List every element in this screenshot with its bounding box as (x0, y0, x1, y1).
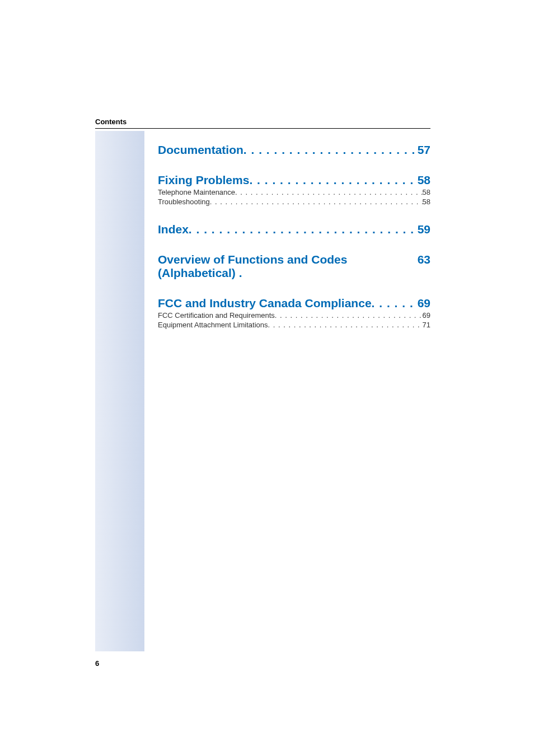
toc-dots: . . . . . . . . . . . . . . . . . . . . … (210, 198, 423, 206)
sidebar-gradient (95, 131, 144, 651)
toc-subtitle: Equipment Attachment Limitations (158, 321, 268, 329)
contents-heading: Contents (95, 118, 430, 128)
toc-row-fcc[interactable]: FCC and Industry Canada Compliance . . .… (158, 297, 430, 310)
toc-title: FCC and Industry Canada Compliance (158, 297, 372, 310)
toc-page: 69 (423, 311, 430, 320)
toc-dots: . . . . . . . . . . . . . . . . . . . . … (268, 321, 423, 329)
toc-dots: . . . . . . . . . . . . . . . . . . . . … (189, 223, 418, 236)
toc-row-equipment-attachment[interactable]: Equipment Attachment Limitations . . . .… (158, 321, 430, 329)
toc-page: 57 (418, 143, 430, 157)
toc-row-documentation[interactable]: Documentation . . . . . . . . . . . . . … (158, 143, 430, 157)
toc-section-fixing: Fixing Problems . . . . . . . . . . . . … (158, 173, 430, 206)
header-rule (95, 128, 430, 129)
toc-page: 58 (423, 188, 430, 196)
toc-row-overview[interactable]: Overview of Functions and Codes (Alphabe… (158, 253, 430, 280)
toc-dots: . . . . . . . . . . . . . . . . . . . . … (243, 143, 418, 157)
toc-section-documentation: Documentation . . . . . . . . . . . . . … (158, 143, 430, 157)
page-number: 6 (95, 659, 99, 668)
toc-row-fixing[interactable]: Fixing Problems . . . . . . . . . . . . … (158, 173, 430, 187)
toc-section-overview: Overview of Functions and Codes (Alphabe… (158, 253, 430, 280)
header-region: Contents (95, 118, 430, 129)
toc-page: 59 (418, 223, 430, 236)
toc-title: Fixing Problems (158, 173, 249, 187)
toc-page: 69 (418, 297, 430, 310)
toc-title: Documentation (158, 143, 243, 157)
toc-dots: . . . . . . . . . . . . . . . . . . . . … (372, 297, 418, 310)
toc-dots: . . . . . . . . . . . . . . . . . . . . … (235, 188, 422, 196)
toc-title: Index (158, 223, 189, 236)
toc-subtitle: Troubleshooting (158, 198, 210, 206)
toc-page: 58 (418, 173, 430, 187)
toc-row-troubleshooting[interactable]: Troubleshooting . . . . . . . . . . . . … (158, 198, 430, 206)
toc-content: Documentation . . . . . . . . . . . . . … (158, 143, 430, 346)
toc-page: 58 (423, 198, 430, 206)
toc-subtitle: Telephone Maintenance (158, 188, 235, 196)
toc-page: 71 (423, 321, 430, 329)
toc-subtitle: FCC Certification and Requirements (158, 311, 275, 320)
toc-dots: . . . . . . . . . . . . . . . . . . . . … (249, 173, 417, 187)
toc-section-fcc: FCC and Industry Canada Compliance . . .… (158, 297, 430, 329)
toc-row-index[interactable]: Index . . . . . . . . . . . . . . . . . … (158, 223, 430, 236)
toc-page: 63 (418, 253, 430, 280)
toc-dots: . . . . . . . . . . . . . . . . . . . . … (275, 311, 423, 320)
toc-section-index: Index . . . . . . . . . . . . . . . . . … (158, 223, 430, 236)
toc-title: Overview of Functions and Codes (Alphabe… (158, 253, 418, 280)
toc-row-telephone-maintenance[interactable]: Telephone Maintenance . . . . . . . . . … (158, 188, 430, 196)
toc-row-fcc-certification[interactable]: FCC Certification and Requirements . . .… (158, 311, 430, 320)
